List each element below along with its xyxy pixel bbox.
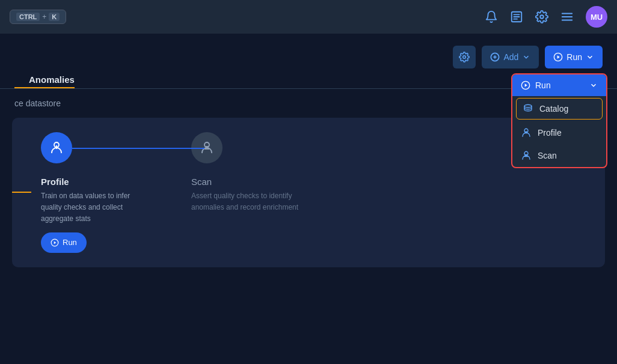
main-content: Add Run Run: [0, 34, 617, 364]
run-label: Run: [566, 52, 582, 62]
gear-button[interactable]: [453, 46, 476, 68]
scan-step-title: Scan: [191, 177, 212, 187]
toolbar-row: Add Run: [0, 34, 617, 74]
add-button[interactable]: Add: [482, 46, 539, 68]
dropdown-catalog-label: Catalog: [539, 104, 568, 114]
svg-marker-15: [525, 83, 527, 86]
scan-step-desc: Assert quality checks to identify anomal…: [191, 190, 299, 213]
profile-step-desc: Train on data values to infer quality ch…: [41, 190, 143, 225]
k-key: K: [49, 13, 60, 21]
profile-step-title: Profile: [41, 177, 69, 187]
profile-run-label: Run: [63, 238, 77, 247]
svg-marker-26: [54, 241, 57, 244]
svg-point-16: [524, 105, 532, 108]
ctrl-key: CTRL: [16, 13, 40, 21]
topbar: CTRL + K: [0, 0, 617, 34]
dropdown-item-profile[interactable]: Profile: [512, 121, 606, 144]
connector-left: [12, 192, 31, 193]
svg-marker-13: [557, 55, 560, 58]
step-connector: [72, 148, 204, 149]
dropdown-run-header[interactable]: Run: [512, 74, 606, 96]
anomalies-label: Anomalies: [14, 72, 75, 88]
profile-step-circle: [41, 132, 72, 163]
settings-icon[interactable]: [535, 10, 548, 23]
svg-point-8: [463, 56, 466, 59]
doc-icon[interactable]: [510, 10, 523, 23]
menu-icon[interactable]: [560, 10, 574, 23]
topbar-left: CTRL + K: [10, 10, 66, 24]
step-scan: Scan Assert quality checks to identify a…: [191, 132, 299, 213]
dropdown-scan-label: Scan: [538, 151, 557, 160]
dropdown-profile-label: Profile: [538, 128, 562, 138]
keyboard-shortcut[interactable]: CTRL + K: [10, 10, 66, 24]
profile-run-button[interactable]: Run: [41, 232, 87, 253]
run-dropdown-menu: Run Catalog Profile: [511, 73, 607, 168]
topbar-right: MU: [485, 6, 607, 28]
step-profile: Profile Train on data values to infer qu…: [41, 132, 143, 253]
dropdown-run-label: Run: [535, 80, 551, 90]
add-label: Add: [503, 52, 518, 62]
bell-icon[interactable]: [485, 10, 498, 23]
svg-point-4: [540, 15, 544, 19]
avatar[interactable]: MU: [586, 6, 607, 28]
dropdown-item-catalog[interactable]: Catalog: [516, 98, 603, 120]
dropdown-item-scan[interactable]: Scan: [512, 144, 606, 167]
run-button[interactable]: Run: [545, 46, 603, 68]
plus-separator: +: [42, 13, 46, 21]
